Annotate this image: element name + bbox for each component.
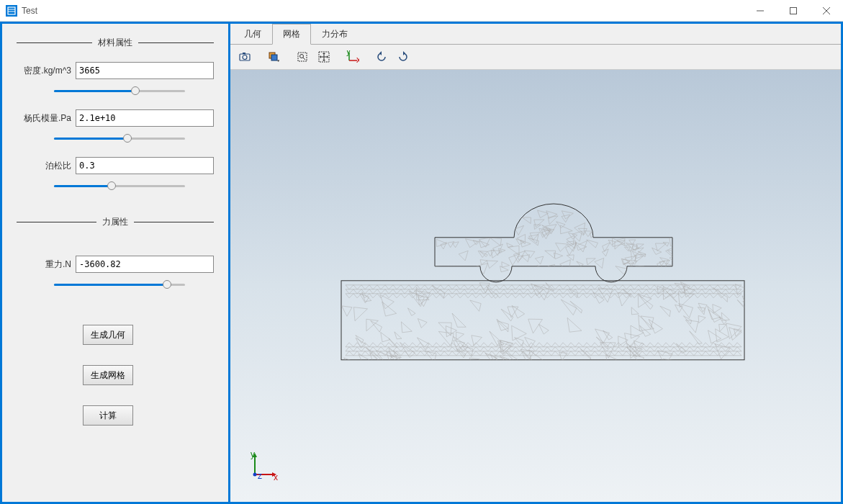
axis-gizmo: x y z (249, 451, 278, 480)
select-rect-icon[interactable] (292, 47, 312, 67)
main-panel: 几何 网格 力分布 xy (230, 24, 841, 502)
gravity-slider[interactable] (54, 279, 185, 290)
svg-text:x: x (356, 55, 359, 63)
material-legend: 材料属性 (92, 37, 138, 49)
density-slider[interactable] (54, 85, 185, 96)
app-icon (6, 5, 17, 17)
gravity-label: 重力.N (17, 258, 76, 271)
young-slider[interactable] (54, 132, 185, 144)
svg-rect-12 (298, 53, 307, 61)
tab-force[interactable]: 力分布 (311, 24, 359, 44)
calculate-button[interactable]: 计算 (83, 405, 133, 426)
tab-mesh[interactable]: 网格 (272, 24, 311, 45)
select-point-icon[interactable] (314, 47, 334, 67)
svg-text:y: y (251, 451, 255, 459)
svg-rect-0 (8, 7, 15, 14)
app-window: Test 材料属性 密度.kg/m^3 杨氏模量.Pa (0, 0, 843, 504)
rotate-right-icon[interactable] (393, 47, 413, 67)
titlebar: Test (0, 0, 843, 22)
young-input[interactable] (76, 109, 214, 127)
maximize-button[interactable] (777, 0, 810, 22)
layers-icon[interactable] (263, 47, 284, 67)
axes-icon[interactable]: xy (343, 47, 363, 67)
young-label: 杨氏模量.Pa (17, 112, 76, 125)
svg-line-14 (303, 58, 305, 60)
svg-point-26 (253, 473, 257, 477)
camera-icon[interactable] (235, 47, 255, 67)
svg-rect-11 (271, 55, 277, 60)
tab-bar: 几何 网格 力分布 (230, 24, 841, 44)
minimize-button[interactable] (744, 0, 777, 22)
close-button[interactable] (810, 0, 843, 22)
poisson-input[interactable] (76, 157, 214, 174)
svg-text:y: y (346, 50, 351, 56)
generate-mesh-button[interactable]: 生成网格 (83, 365, 133, 385)
window-title: Test (22, 6, 37, 16)
force-group: 力属性 重力.N 生成几何 生成网格 计算 (17, 216, 214, 426)
svg-rect-9 (243, 53, 245, 54)
window-controls (744, 0, 843, 22)
svg-rect-4 (790, 7, 797, 14)
density-input[interactable] (76, 62, 214, 79)
density-label: 密度.kg/m^3 (17, 65, 76, 77)
material-group: 材料属性 密度.kg/m^3 杨氏模量.Pa 泊松比 (17, 37, 214, 194)
rotate-left-icon[interactable] (371, 47, 392, 67)
svg-point-8 (243, 55, 247, 60)
mesh-render (284, 144, 788, 389)
sidebar: 材料属性 密度.kg/m^3 杨氏模量.Pa 泊松比 力属性 (2, 24, 228, 502)
svg-point-13 (300, 55, 304, 58)
poisson-label: 泊松比 (17, 160, 76, 172)
svg-text:z: z (258, 471, 262, 480)
viewport-toolbar: xy (230, 44, 841, 70)
generate-geometry-button[interactable]: 生成几何 (83, 325, 133, 345)
viewport[interactable]: x y z (230, 70, 841, 502)
svg-text:x: x (274, 472, 278, 480)
tab-geometry[interactable]: 几何 (233, 24, 272, 44)
gravity-input[interactable] (76, 256, 214, 273)
client-area: 材料属性 密度.kg/m^3 杨氏模量.Pa 泊松比 力属性 (0, 22, 843, 504)
poisson-slider[interactable] (54, 180, 185, 192)
force-legend: 力属性 (96, 216, 134, 228)
